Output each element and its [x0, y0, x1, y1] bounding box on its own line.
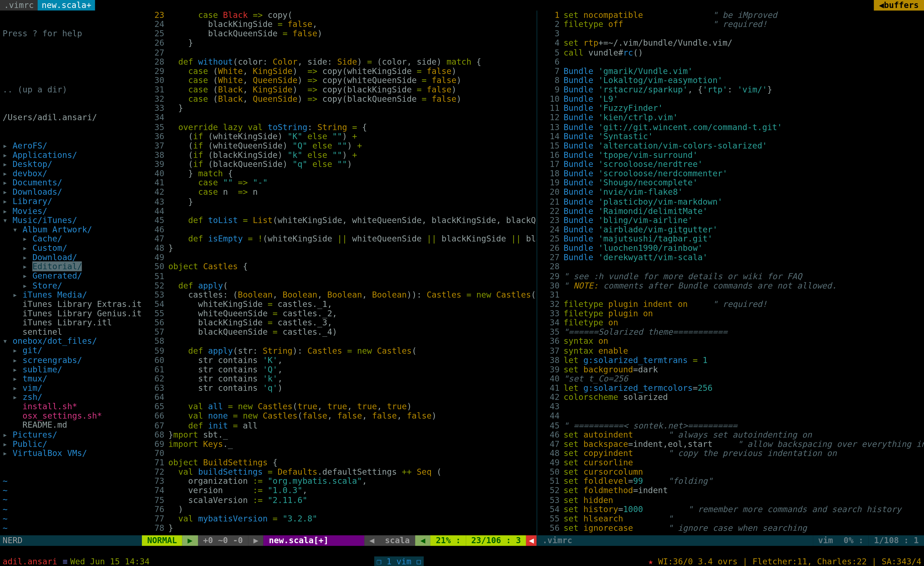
code-line[interactable]: 50object Castles { — [142, 263, 537, 272]
nerdtree-dir[interactable]: ▸ VirtualBox VMs/ — [0, 449, 142, 458]
code-line[interactable]: 15Bundle 'altercation/vim-colors-solariz… — [537, 141, 924, 150]
code-line[interactable]: 39 (if (blackQueenSide) "q" else "") — [142, 160, 537, 169]
code-line[interactable]: 72 val buildSettings = Defaults.defaultS… — [142, 468, 537, 477]
code-line[interactable]: 20Bundle 'nvie/vim-flake8' — [537, 188, 924, 197]
code-line[interactable]: 66 val none = new Castles(false, false, … — [142, 411, 537, 421]
nerdtree-file[interactable]: install.sh* — [0, 402, 142, 411]
nerdtree-file[interactable]: iTunes Library Extras.itdb — [0, 299, 142, 309]
nerdtree-dir[interactable]: ▸ vim/ — [0, 383, 142, 393]
code-line[interactable]: 30 case (White, QueenSide) => copy(white… — [142, 76, 537, 85]
nerdtree-file[interactable]: sentinel — [0, 327, 142, 337]
code-line[interactable]: 11Bundle 'FuzzyFinder' — [537, 104, 924, 113]
code-line[interactable]: 55 whiteQueenSide = castles._2, — [142, 309, 537, 318]
nerdtree-dir[interactable]: ▾ onebox/dot_files/ — [0, 337, 142, 346]
nerdtree-dir[interactable]: ▸ Editorial/ — [0, 262, 142, 272]
code-line[interactable]: 48} — [142, 244, 537, 253]
code-line[interactable]: 41let g:solarized_termcolors=256 — [537, 383, 924, 393]
code-line[interactable]: 35 override lazy val toString: String = … — [142, 122, 537, 132]
code-line[interactable]: 49 — [142, 253, 537, 263]
code-line[interactable]: 68}mport sbt._ — [142, 430, 537, 440]
code-line[interactable]: 32filetype plugin indent on " required! — [537, 299, 924, 309]
code-line[interactable]: 16Bundle 'tpope/vim-surround' — [537, 150, 924, 160]
nerdtree-root[interactable]: /Users/adil.ansari/ — [0, 113, 142, 122]
code-line[interactable]: 24Bundle 'airblade/vim-gitgutter' — [537, 225, 924, 234]
code-line[interactable]: 54 whiteKingSide = castles._1, — [142, 299, 537, 309]
code-line[interactable]: 54set history=1000 " remember more comma… — [537, 504, 924, 514]
code-line[interactable]: 26 } — [142, 39, 537, 48]
code-line[interactable]: 52 def apply( — [142, 281, 537, 290]
left-editor-pane[interactable]: 23 case Black => copy(24 blackKingSide =… — [142, 11, 537, 535]
code-line[interactable]: 50set cursorcolumn — [537, 468, 924, 477]
nerdtree-dir[interactable]: ▸ sublime/ — [0, 365, 142, 374]
code-line[interactable]: 37 (if (whiteQueenSide) "Q" else "") + — [142, 141, 537, 150]
code-line[interactable]: 36syntax on — [537, 337, 924, 346]
code-line[interactable]: 44 — [537, 411, 924, 421]
code-line[interactable]: 57 blackQueenSide = castles._4) — [142, 327, 537, 337]
buffers-indicator[interactable]: ◀ buffers — [874, 0, 924, 11]
code-line[interactable]: 23 case Black => copy( — [142, 11, 537, 20]
nerdtree-file[interactable]: iTunes Library.itl — [0, 318, 142, 327]
nerdtree-file[interactable]: osx_settings.sh* — [0, 411, 142, 421]
code-line[interactable]: 5call vundle#rc() — [537, 48, 924, 57]
code-line[interactable]: 45" ==========< sontek.net>========== — [537, 421, 924, 430]
code-line[interactable]: 76 ) — [142, 504, 537, 514]
code-line[interactable]: 25 blackQueenSide = false) — [142, 29, 537, 39]
nerdtree-dir[interactable]: ▸ devbox/ — [0, 169, 142, 178]
code-line[interactable]: 71object BuildSettings { — [142, 458, 537, 468]
nerdtree-dir[interactable]: ▸ Store/ — [0, 281, 142, 290]
code-line[interactable]: 27Bundle 'derekwyatt/vim-scala' — [537, 253, 924, 263]
code-line[interactable]: 8Bundle 'Lokaltog/vim-easymotion' — [537, 76, 924, 85]
code-line[interactable]: 37syntax enable — [537, 346, 924, 356]
code-line[interactable]: 39set background=dark — [537, 365, 924, 374]
nerdtree-updir[interactable]: .. (up a dir) — [0, 85, 142, 95]
code-line[interactable]: 38let g:solarized_termtrans = 1 — [537, 356, 924, 365]
code-line[interactable]: 53set hidden — [537, 495, 924, 504]
code-line[interactable]: 51set foldlevel=99 "folding" — [537, 477, 924, 486]
code-line[interactable]: 12Bundle 'kien/ctrlp.vim' — [537, 113, 924, 122]
nerdtree-dir[interactable]: ▸ Documents/ — [0, 178, 142, 188]
nerdtree-dir[interactable]: ▾ Album Artwork/ — [0, 225, 142, 234]
code-line[interactable]: 59 def apply(str: String): Castles = new… — [142, 346, 537, 356]
code-line[interactable]: 70 — [142, 449, 537, 458]
vim-cmdline[interactable] — [0, 546, 924, 556]
code-line[interactable]: 17Bundle 'scrooloose/nerdtree' — [537, 160, 924, 169]
nerdtree-dir[interactable]: ▸ Pictures/ — [0, 430, 142, 440]
code-line[interactable]: 49set cursorline — [537, 458, 924, 468]
code-line[interactable]: 77 val mybatisVersion = "3.2.8" — [142, 514, 537, 523]
nerdtree-dir[interactable]: ▸ iTunes Media/ — [0, 290, 142, 299]
code-line[interactable]: 31 — [537, 290, 924, 299]
nerdtree-dir[interactable]: ▸ Movies/ — [0, 206, 142, 216]
nerdtree-dir[interactable]: ▸ AeroFS/ — [0, 141, 142, 150]
code-line[interactable]: 42 case n => n — [142, 188, 537, 197]
nerdtree-dir[interactable]: ▸ zsh/ — [0, 393, 142, 402]
code-line[interactable]: 24 blackKingSide = false, — [142, 20, 537, 29]
code-line[interactable]: 58 — [142, 337, 537, 346]
code-line[interactable]: 28 def without(color: Color, side: Side)… — [142, 57, 537, 66]
nerdtree-dir[interactable]: ▸ screengrabs/ — [0, 355, 142, 365]
code-line[interactable]: 44 — [142, 206, 537, 216]
nerdtree-dir[interactable]: ▸ Desktop/ — [0, 160, 142, 169]
code-line[interactable]: 31 case (Black, KingSide) => copy(blackK… — [142, 85, 537, 95]
buffer-tab[interactable]: new.scala+ — [38, 0, 95, 11]
nerdtree-dir[interactable]: ▸ tmux/ — [0, 374, 142, 383]
code-line[interactable]: 40"set t_Co=256 — [537, 374, 924, 384]
buffer-tab[interactable]: .vimrc — [0, 0, 38, 11]
code-line[interactable]: 34filetype on — [537, 318, 924, 327]
nerdtree-dir[interactable]: ▸ Downloads/ — [0, 188, 142, 197]
code-line[interactable]: 13Bundle 'git://git.wincent.com/command-… — [537, 122, 924, 132]
nerdtree-dir[interactable]: ▸ Public/ — [0, 440, 142, 449]
code-line[interactable]: 9Bundle 'rstacruz/sparkup', {'rtp': 'vim… — [537, 85, 924, 95]
code-line[interactable]: 43 — [537, 402, 924, 411]
code-line[interactable]: 46 — [142, 225, 537, 234]
code-line[interactable]: 23Bundle 'bling/vim-airline' — [537, 216, 924, 225]
code-line[interactable]: 40 } match { — [142, 169, 537, 179]
code-line[interactable]: 56set ignorecase " ignore case when sear… — [537, 523, 924, 533]
code-line[interactable]: 62 str contains 'k', — [142, 374, 537, 384]
code-line[interactable]: 78} — [142, 523, 537, 533]
code-line[interactable]: 61 str contains 'Q', — [142, 365, 537, 374]
tmux-window-indicator[interactable]: ❐ 1 vim ◻ — [374, 556, 424, 566]
code-line[interactable]: 67 def init = all — [142, 421, 537, 430]
code-line[interactable]: 55set hlsearch " — [537, 514, 924, 523]
code-line[interactable]: 2filetype off " required! — [537, 20, 924, 29]
code-line[interactable]: 38 (if (blackKingSide) "k" else "") + — [142, 150, 537, 160]
